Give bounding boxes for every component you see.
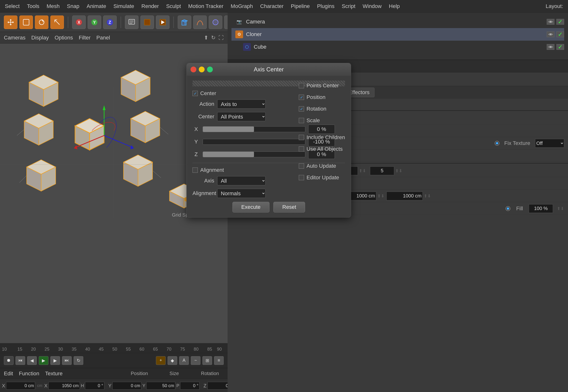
y-pos-input[interactable] (112, 382, 141, 390)
dialog-center-checkbox[interactable] (192, 91, 198, 96)
ruler-tick-35: 35 (72, 347, 76, 352)
z-axis-btn[interactable]: Z (103, 15, 117, 29)
menu-render[interactable]: Render (141, 3, 159, 9)
layer-btn[interactable]: ≡ (214, 356, 224, 365)
render-region-btn[interactable] (140, 15, 154, 29)
z-slider[interactable] (203, 152, 305, 157)
use-all-objects-checkbox[interactable] (299, 146, 304, 152)
viewport-icon-move[interactable]: ⬆ (204, 35, 208, 41)
fill-radio[interactable] (506, 206, 510, 211)
execute-button[interactable]: Execute (233, 202, 270, 212)
menu-tools[interactable]: Tools (27, 3, 39, 9)
fix-texture-dropdown[interactable]: Off (535, 139, 564, 148)
dialog-minimize-btn[interactable] (199, 67, 204, 72)
keyframe-btn[interactable] (125, 15, 138, 29)
function-menu[interactable]: Function (19, 370, 39, 377)
scale-checkbox[interactable] (299, 118, 304, 123)
edit-menu[interactable]: Edit (4, 370, 13, 377)
tree-row-cube[interactable]: ⬡ Cube ✓ (232, 41, 564, 53)
render-active-btn[interactable] (156, 15, 170, 29)
next-frame-btn[interactable]: ▶ (50, 356, 60, 365)
rotation-checkbox[interactable] (299, 106, 304, 112)
svg-marker-56 (74, 145, 77, 149)
loop-btn[interactable]: ↻ (73, 356, 83, 365)
x-axis-btn[interactable]: X (72, 15, 86, 29)
cube-obj-btn[interactable] (178, 15, 191, 29)
filter-menu[interactable]: Filter (79, 35, 90, 41)
texture-menu[interactable]: Texture (45, 370, 62, 377)
center-field-dropdown[interactable]: All Points (217, 112, 266, 121)
keyframe-add-btn[interactable]: + (156, 356, 166, 365)
dialog-alignment-checkbox[interactable] (192, 168, 198, 173)
x-slider[interactable] (203, 126, 305, 132)
x-pos-input[interactable] (6, 382, 35, 390)
next-key-btn[interactable]: ⏭ (62, 356, 72, 365)
reset-button[interactable]: Reset (273, 202, 305, 212)
position-checkbox[interactable] (299, 95, 304, 100)
auto-update-checkbox[interactable] (299, 163, 304, 169)
alignment-dropdown[interactable]: Normals (217, 189, 266, 198)
axis-dropdown[interactable]: All (217, 176, 266, 185)
menu-help[interactable]: Help (389, 3, 400, 9)
h-rot-input[interactable] (85, 382, 104, 390)
panel-menu[interactable]: Panel (96, 35, 110, 41)
viewport-icon-rotate[interactable]: ↻ (211, 35, 216, 41)
y-axis-btn[interactable]: Y (88, 15, 101, 29)
include-children-checkbox[interactable] (299, 135, 304, 140)
auto-key-btn[interactable]: A (179, 356, 189, 365)
menu-mesh[interactable]: Mesh (47, 3, 60, 9)
y-size-input[interactable] (146, 382, 175, 390)
fill-input[interactable] (529, 204, 553, 213)
cameras-menu[interactable]: Cameras (4, 35, 25, 41)
editor-update-checkbox[interactable] (299, 175, 304, 180)
keyframe-sel-btn[interactable]: ◆ (168, 356, 177, 365)
y-slider[interactable] (203, 139, 305, 145)
size-z-input[interactable] (386, 192, 423, 200)
select-tool-btn[interactable] (19, 15, 33, 29)
menu-motion-tracker[interactable]: Motion Tracker (188, 3, 223, 9)
menu-simulate[interactable]: Simulate (113, 3, 134, 9)
scale-tool-btn[interactable] (50, 15, 64, 29)
cloner-check-btn[interactable]: ✓ (556, 31, 564, 37)
action-dropdown[interactable]: Axis to (217, 99, 266, 109)
p-rot-input[interactable] (180, 382, 200, 390)
menu-plugins[interactable]: Plugins (317, 3, 334, 9)
menu-mograph[interactable]: MoGraph (231, 3, 253, 9)
viewport-icon-zoom[interactable]: ⛶ (218, 35, 224, 41)
cloner-visibility-btn[interactable] (547, 31, 554, 37)
cube-check-btn[interactable]: ✓ (556, 44, 564, 50)
count-z-input[interactable] (370, 167, 394, 175)
dialog-close-btn[interactable] (190, 67, 196, 72)
menu-pipeline[interactable]: Pipeline (291, 3, 310, 9)
fix-texture-radio[interactable] (495, 141, 499, 146)
spline-btn[interactable] (193, 15, 207, 29)
options-menu[interactable]: Options (55, 35, 73, 41)
tree-row-cloner[interactable]: ⚙ Cloner ✓ (232, 28, 564, 41)
menu-select[interactable]: Select (5, 3, 20, 9)
camera-visibility-btn[interactable] (547, 19, 554, 25)
camera-check-btn[interactable]: ✓ (556, 19, 564, 25)
tree-row-camera[interactable]: 📷 Camera ✓ (232, 15, 564, 28)
menu-animate[interactable]: Animate (87, 3, 106, 9)
move-tool-btn[interactable] (4, 15, 17, 29)
play-btn[interactable]: ▶ (39, 356, 48, 365)
display-menu[interactable]: Display (31, 35, 49, 41)
menu-snap[interactable]: Snap (67, 3, 79, 9)
x-size-input[interactable] (48, 382, 80, 390)
timeline-mode-btn[interactable]: ⊞ (203, 356, 212, 365)
dialog-maximize-btn[interactable] (207, 67, 213, 72)
record-btn[interactable]: ⏺ (4, 356, 14, 365)
cube-visibility-btn[interactable] (547, 44, 554, 50)
prev-key-btn[interactable]: ⏮ (15, 356, 25, 365)
points-center-checkbox[interactable] (299, 83, 304, 88)
cube-center-selected[interactable] (75, 119, 104, 150)
prev-frame-btn[interactable]: ◀ (27, 356, 37, 365)
toolbar-divider-1 (68, 16, 68, 28)
menu-sculpt[interactable]: Sculpt (166, 3, 181, 9)
menu-character[interactable]: Character (260, 3, 284, 9)
nurbs-btn[interactable] (209, 15, 222, 29)
rotate-tool-btn[interactable] (35, 15, 48, 29)
menu-window[interactable]: Window (363, 3, 381, 9)
motion-path-btn[interactable]: ~ (191, 356, 201, 365)
menu-script[interactable]: Script (342, 3, 355, 9)
